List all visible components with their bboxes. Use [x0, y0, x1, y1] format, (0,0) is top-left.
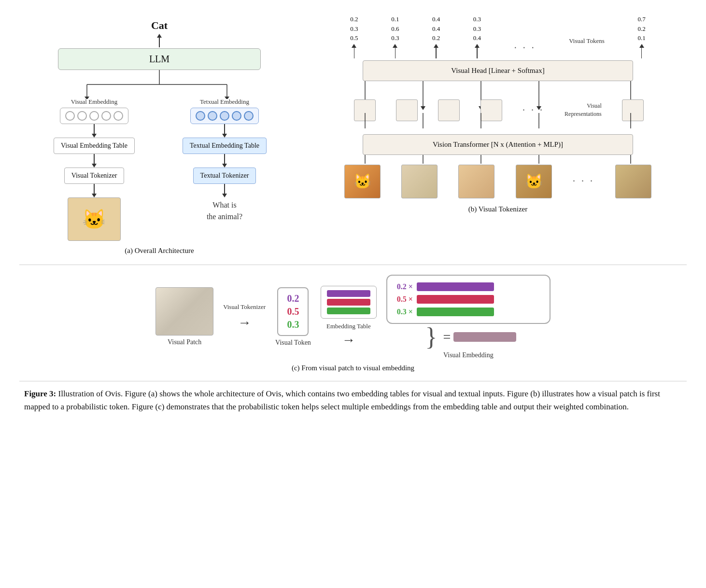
- top-row: Cat LLM: [19, 14, 687, 260]
- col-visual: Visual Embedding: [43, 98, 145, 241]
- arrow-te-to-tet: [222, 124, 227, 138]
- coeff-purple: 0.2 ×: [397, 282, 413, 291]
- textual-embedding-table: Textual Embedding Table: [183, 138, 267, 154]
- arrow-tet-to-tt: [222, 154, 227, 168]
- token-col-2: 0.10.60.3: [391, 14, 399, 58]
- result-row: } =: [420, 326, 516, 349]
- bcircle2: [208, 111, 217, 121]
- vit-box: Vision Transformer [N x (Attention + MLP…: [363, 134, 633, 155]
- arrow-tok3-up: [434, 44, 438, 58]
- token-val-2: 0.10.60.3: [391, 14, 399, 43]
- coeff-green: 0.3 ×: [397, 308, 413, 316]
- embed-row-3: 0.3 ×: [397, 308, 494, 316]
- visual-embed-col: 0.2 × 0.5 × 0.3 × }: [386, 275, 551, 359]
- cat-label: Cat: [151, 19, 168, 32]
- token-col-1: 0.20.30.5: [350, 14, 358, 58]
- visual-circles: [60, 108, 128, 124]
- question-text: What isthe animal?: [207, 199, 242, 223]
- visual-patch-col: Visual Patch: [155, 287, 213, 346]
- textual-embedding-label: Tetxual Embedding: [200, 98, 249, 106]
- visual-embedding-label: Visual Embedding: [71, 98, 117, 106]
- token-col-c: 0.2 0.5 0.3 Visual Token: [275, 287, 311, 347]
- visual-embed-box: 0.2 × 0.5 × 0.3 ×: [386, 275, 551, 324]
- arrow-cat-to-llm: [157, 34, 162, 47]
- vt-arrow-label: Visual Tokenizer: [223, 303, 266, 311]
- dots-patches: · · ·: [573, 176, 594, 187]
- visual-embedding-label-c: Visual Embedding: [443, 351, 494, 359]
- arrow-tok1-up: [352, 44, 356, 58]
- main-container: Cat LLM: [19, 14, 687, 413]
- svg-marker-3: [85, 97, 89, 99]
- textual-tokenizer-box: Textual Tokenizer: [193, 168, 256, 184]
- token-val-1: 0.20.30.5: [350, 14, 358, 43]
- patch-1: 🐱: [344, 165, 381, 198]
- arrow-tok5-up: [639, 44, 644, 58]
- result-bar: [453, 332, 516, 342]
- circle5: [113, 111, 123, 121]
- arrow-vet-to-vt: [92, 154, 97, 168]
- long-bar-purple: [417, 282, 494, 291]
- arrow-vt-to-img: [92, 184, 97, 197]
- tok-val-purple: 0.2: [287, 293, 299, 304]
- panel-a-caption: (a) Overall Architecture: [125, 247, 194, 255]
- bar-green: [327, 308, 370, 314]
- figure-caption: Figure 3: Illustration of Ovis. Figure (…: [19, 381, 687, 413]
- circle2: [77, 111, 87, 121]
- token-col-4: 0.30.30.4: [473, 14, 481, 58]
- token-col-5: 0.70.20.1: [637, 14, 645, 58]
- token-col-3: 0.40.40.2: [432, 14, 440, 58]
- patch-5: [615, 165, 651, 198]
- bar-red: [327, 299, 370, 306]
- long-bar-red: [417, 295, 494, 304]
- coeff-red: 0.5 ×: [397, 295, 413, 304]
- arrow-right-1: →: [238, 315, 251, 330]
- embed-row-2: 0.5 ×: [397, 295, 494, 304]
- circle1: [65, 111, 75, 121]
- panel-b-caption: (b) Visual Tokenizer: [468, 205, 527, 213]
- token-val-3: 0.40.40.2: [432, 14, 440, 43]
- panel-c: Visual Patch Visual Tokenizer → 0.2 0.5 …: [19, 265, 687, 372]
- arrow-tt-to-q: [222, 184, 227, 197]
- col-textual: Tetxual Embedding: [174, 98, 275, 223]
- svg-marker-5: [225, 97, 229, 99]
- visual-embedding-table: Visual Embedding Table: [54, 138, 135, 154]
- visual-tokens-label: Visual Tokens: [569, 37, 605, 58]
- panel-a: Cat LLM: [19, 14, 299, 255]
- visual-tokenizer-box: Visual Tokenizer: [64, 168, 125, 184]
- arrow-right-2: →: [342, 332, 355, 348]
- bcircle1: [196, 111, 205, 121]
- panel-c-inner: Visual Patch Visual Tokenizer → 0.2 0.5 …: [155, 275, 551, 359]
- llm-box: LLM: [58, 48, 261, 70]
- visual-patch-label: Visual Patch: [168, 338, 201, 346]
- patch-2: [401, 165, 438, 198]
- panel-c-caption: (c) From visual patch to visual embeddin…: [292, 364, 414, 372]
- arrow-ve-to-vet: [92, 124, 97, 138]
- arrow-tok2-up: [393, 44, 397, 58]
- arrow-tok4-up: [475, 44, 480, 58]
- vit-to-patches-arrows: [334, 155, 662, 165]
- bcircle5: [244, 111, 254, 121]
- bcircle4: [232, 111, 241, 121]
- bar-purple: [327, 290, 370, 297]
- circle4: [101, 111, 111, 121]
- panel-b: 0.20.30.5 0.10.60.3: [309, 14, 687, 213]
- panel-a-inner: Cat LLM: [29, 19, 290, 255]
- brace-right: }: [425, 326, 437, 349]
- circle3: [89, 111, 99, 121]
- visual-head-box: Visual Head [Linear + Softmax]: [363, 60, 633, 81]
- equals-sign: =: [443, 329, 451, 345]
- llm-to-cols-connector: [43, 70, 275, 99]
- vt-arrow-col: Visual Tokenizer →: [223, 303, 266, 330]
- long-bar-green: [417, 308, 494, 316]
- token-box-c: 0.2 0.5 0.3: [277, 287, 309, 336]
- token-val-5: 0.70.20.1: [637, 14, 645, 43]
- embed-table-col: Embedding Table →: [321, 286, 377, 348]
- panel-b-inner: 0.20.30.5 0.10.60.3: [314, 14, 682, 213]
- figure-caption-bold: Figure 3:: [24, 389, 56, 398]
- tok-val-red: 0.5: [287, 306, 299, 317]
- visual-patch-img: [155, 287, 213, 336]
- token-val-4: 0.30.30.4: [473, 14, 481, 43]
- tok-val-green: 0.3: [287, 319, 299, 330]
- dots-mid: · · ·: [514, 42, 536, 58]
- embed-table-area: Embedding Table: [321, 286, 377, 330]
